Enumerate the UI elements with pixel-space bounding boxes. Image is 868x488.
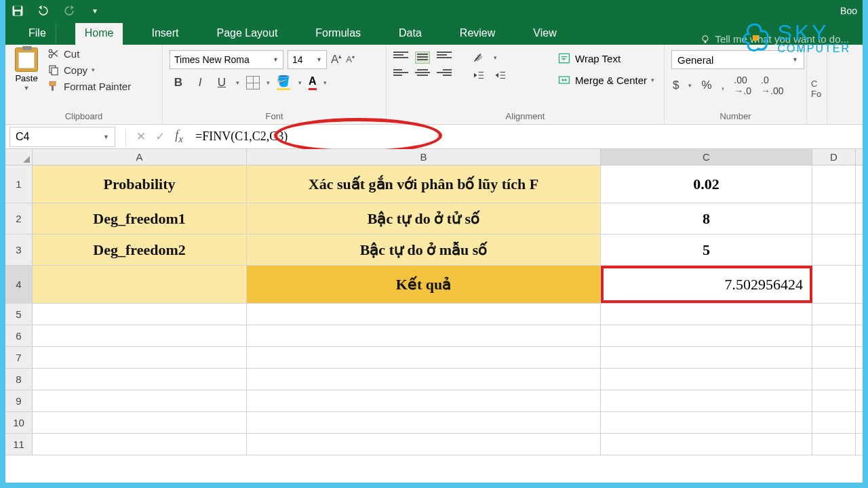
cell-b1[interactable]: Xác suất gắn với phân bố lũy tích F xyxy=(247,165,601,203)
italic-button[interactable]: I xyxy=(193,76,208,89)
paste-button[interactable]: Paste ▼ xyxy=(9,47,43,110)
name-box[interactable]: C4 ▼ xyxy=(9,127,115,147)
cell[interactable] xyxy=(33,369,247,390)
tab-page-layout[interactable]: Page Layout xyxy=(207,23,287,45)
cell-c3[interactable]: 5 xyxy=(601,235,812,265)
cell-c2[interactable]: 8 xyxy=(601,203,812,234)
cell[interactable] xyxy=(33,347,247,368)
cell-d2[interactable] xyxy=(812,203,856,234)
cell-a1[interactable]: Probability xyxy=(33,165,247,203)
tab-home[interactable]: Home xyxy=(75,23,123,45)
cell[interactable] xyxy=(601,390,812,411)
spreadsheet-grid[interactable]: A B C D 1 Probability Xác suất gắn với p… xyxy=(5,149,863,455)
cell[interactable] xyxy=(601,369,812,390)
decrease-decimal-icon[interactable]: .0→.00 xyxy=(761,75,783,96)
row-header[interactable]: 1 xyxy=(5,165,33,203)
cell[interactable] xyxy=(247,304,601,325)
cell-a3[interactable]: Deg_freedom2 xyxy=(33,235,247,265)
align-bottom-icon[interactable] xyxy=(437,52,452,64)
cell[interactable] xyxy=(33,304,247,325)
cell[interactable] xyxy=(247,390,601,411)
borders-icon[interactable] xyxy=(246,76,260,89)
cell-d4[interactable] xyxy=(812,266,856,303)
cell[interactable] xyxy=(601,304,812,325)
cell-a4[interactable] xyxy=(33,266,247,303)
align-right-icon[interactable] xyxy=(437,69,452,81)
tab-file[interactable]: File xyxy=(19,23,56,45)
col-header-d[interactable]: D xyxy=(812,149,856,165)
row-header[interactable]: 9 xyxy=(5,390,33,411)
format-painter-button[interactable]: Format Painter xyxy=(47,80,131,92)
row-header[interactable]: 11 xyxy=(5,434,33,455)
chevron-down-icon[interactable]: ▾ xyxy=(688,82,692,89)
row-header[interactable]: 5 xyxy=(5,304,33,325)
cell[interactable] xyxy=(601,412,812,433)
cell[interactable] xyxy=(601,325,812,346)
chevron-down-icon[interactable]: ▾ xyxy=(267,79,270,86)
cell[interactable] xyxy=(33,434,247,455)
cell[interactable] xyxy=(812,434,856,455)
accounting-format-icon[interactable]: $ xyxy=(673,79,679,92)
cell[interactable] xyxy=(247,434,601,455)
row-header[interactable]: 10 xyxy=(5,412,33,433)
chevron-down-icon[interactable]: ▾ xyxy=(323,79,327,86)
tab-data[interactable]: Data xyxy=(389,23,431,45)
row-header[interactable]: 7 xyxy=(5,347,33,368)
cell-d1[interactable] xyxy=(812,165,856,203)
cell[interactable] xyxy=(601,347,812,368)
underline-button[interactable]: U xyxy=(214,76,229,89)
chevron-down-icon[interactable]: ▾ xyxy=(494,54,497,61)
cell-c4[interactable]: 7.502956424 xyxy=(601,266,812,303)
copy-button[interactable]: Copy ▾ xyxy=(47,64,131,76)
qat-customize-icon[interactable]: ▾ xyxy=(88,4,102,18)
cell[interactable] xyxy=(247,412,601,433)
increase-font-icon[interactable]: A▴ xyxy=(331,53,342,66)
cell[interactable] xyxy=(33,412,247,433)
orientation-icon[interactable]: ab xyxy=(472,50,487,65)
cell[interactable] xyxy=(812,412,856,433)
cell[interactable] xyxy=(33,325,247,346)
wrap-text-button[interactable]: Wrap Text xyxy=(557,52,654,65)
align-top-icon[interactable] xyxy=(393,52,408,64)
cell[interactable] xyxy=(812,390,856,411)
formula-input[interactable]: =FINV(C1,C2,C3) xyxy=(189,129,863,144)
align-left-icon[interactable] xyxy=(393,69,408,81)
save-icon[interactable] xyxy=(11,4,24,18)
fill-color-button[interactable]: 🪣 xyxy=(277,75,292,90)
cancel-formula-icon[interactable]: ✕ xyxy=(132,129,151,144)
cell[interactable] xyxy=(247,347,601,368)
chevron-down-icon[interactable]: ▾ xyxy=(236,79,239,86)
cut-button[interactable]: Cut xyxy=(47,47,131,60)
select-all-corner[interactable] xyxy=(5,149,33,165)
col-header-c[interactable]: C xyxy=(601,149,812,165)
tab-formulas[interactable]: Formulas xyxy=(306,23,370,45)
font-size-dropdown[interactable]: 14 ▼ xyxy=(288,50,327,69)
comma-format-icon[interactable]: , xyxy=(722,79,725,92)
font-color-button[interactable]: A xyxy=(309,75,317,90)
merge-center-button[interactable]: Merge & Center ▾ xyxy=(557,73,654,87)
col-header-b[interactable]: B xyxy=(247,149,601,165)
row-header[interactable]: 4 xyxy=(5,266,33,303)
cell-b4[interactable]: Kết quả xyxy=(247,266,601,303)
bold-button[interactable]: B xyxy=(171,76,186,89)
tab-insert[interactable]: Insert xyxy=(142,23,188,45)
enter-formula-icon[interactable]: ✓ xyxy=(151,129,170,144)
increase-decimal-icon[interactable]: .00→.0 xyxy=(734,75,751,96)
cell[interactable] xyxy=(812,347,856,368)
tab-review[interactable]: Review xyxy=(450,23,505,45)
cell[interactable] xyxy=(812,325,856,346)
percent-format-icon[interactable]: % xyxy=(701,79,711,92)
cell-b2[interactable]: Bậc tự do ở tử số xyxy=(247,203,601,234)
cell[interactable] xyxy=(247,369,601,390)
font-name-dropdown[interactable]: Times New Roma ▼ xyxy=(170,50,283,69)
decrease-indent-icon[interactable] xyxy=(472,69,487,81)
cell-c1[interactable]: 0.02 xyxy=(601,165,812,203)
col-header-a[interactable]: A xyxy=(33,149,247,165)
row-header[interactable]: 3 xyxy=(5,235,33,265)
increase-indent-icon[interactable] xyxy=(494,69,509,81)
align-middle-icon[interactable] xyxy=(415,52,430,64)
chevron-down-icon[interactable]: ▾ xyxy=(298,79,302,86)
insert-function-icon[interactable]: fx xyxy=(170,128,189,145)
cell[interactable] xyxy=(33,390,247,411)
cell[interactable] xyxy=(601,434,812,455)
